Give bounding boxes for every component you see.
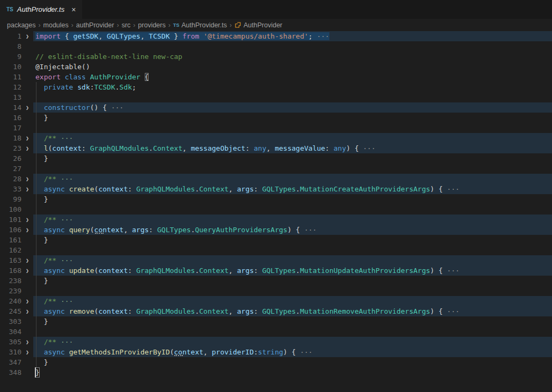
fold-ellipsis[interactable]: ··· xyxy=(56,338,73,346)
code-text[interactable]: async update(context: GraphQLModules.Con… xyxy=(33,265,552,276)
code-text[interactable] xyxy=(33,245,552,255)
gutter: 33❯ xyxy=(0,184,33,194)
fold-ellipsis[interactable]: ··· xyxy=(56,297,73,305)
token: : xyxy=(254,267,262,275)
code-line-163: 163❯ /** ··· xyxy=(0,255,552,265)
code-text[interactable]: l(context: GraphQLModules.Context, messa… xyxy=(33,143,552,153)
code-text[interactable]: } xyxy=(33,357,552,367)
code-text[interactable] xyxy=(33,164,552,174)
code-text[interactable]: } xyxy=(33,153,552,164)
token: QueryAuthProvidersArgs xyxy=(195,226,287,234)
fold-ellipsis[interactable]: ··· xyxy=(56,216,73,224)
code-text[interactable] xyxy=(33,327,552,337)
fold-ellipsis[interactable]: ··· xyxy=(107,103,123,112)
fold-ellipsis[interactable]: ··· xyxy=(296,348,312,356)
code-text[interactable]: } xyxy=(33,113,552,123)
breadcrumb-separator: › xyxy=(133,21,135,29)
code-text[interactable] xyxy=(33,286,552,296)
token: sdk xyxy=(77,83,90,91)
line-number: 245 xyxy=(0,306,21,316)
fold-chevron-icon[interactable]: ❯ xyxy=(21,184,33,194)
fold-chevron-icon[interactable]: ❯ xyxy=(21,306,33,316)
code-text[interactable]: /** ··· xyxy=(33,296,552,306)
tab-authprovider[interactable]: TS AuthProvider.ts × xyxy=(0,0,82,19)
fold-chevron-icon[interactable]: ❯ xyxy=(21,215,33,225)
fold-chevron-icon[interactable]: ❯ xyxy=(21,225,33,235)
fold-chevron-icon[interactable]: ❯ xyxy=(21,174,33,184)
code-text[interactable]: async getMethodsInProviderByID(context, … xyxy=(33,347,552,357)
fold-chevron-icon[interactable]: ❯ xyxy=(21,255,33,265)
token: providerID xyxy=(212,348,254,356)
token: async xyxy=(44,185,65,193)
breadcrumb-item-src[interactable]: src xyxy=(122,21,131,29)
gutter: 310❯ xyxy=(0,347,33,357)
token xyxy=(35,307,44,315)
close-icon[interactable]: × xyxy=(71,6,76,13)
code-text[interactable]: constructor() { ··· xyxy=(33,102,552,113)
breadcrumb-item-packages[interactable]: packages xyxy=(7,21,36,29)
code-text[interactable]: } xyxy=(33,276,552,286)
code-text[interactable]: /** ··· xyxy=(33,255,552,265)
line-number: 239 xyxy=(0,286,21,296)
token: : xyxy=(245,144,254,152)
fold-ellipsis[interactable]: ··· xyxy=(443,185,459,193)
fold-chevron-icon[interactable]: ❯ xyxy=(21,337,33,347)
token: , xyxy=(98,32,107,40)
code-text[interactable] xyxy=(33,204,552,215)
code-text[interactable]: async query(context, args: GQLTypes.Quer… xyxy=(33,225,552,235)
code-line-303: 303 } xyxy=(0,316,552,327)
fold-ellipsis[interactable]: ··· xyxy=(443,307,459,315)
breadcrumb-item-authprovider-ts[interactable]: TSAuthProvider.ts xyxy=(173,21,227,29)
breadcrumb-item-modules[interactable]: modules xyxy=(43,21,69,29)
breadcrumb-item-providers[interactable]: providers xyxy=(138,21,165,29)
token: Context xyxy=(199,185,229,193)
code-line-347: 347 } xyxy=(0,357,552,367)
fold-ellipsis[interactable]: ··· xyxy=(300,226,317,234)
gutter: 18❯ xyxy=(0,133,33,143)
fold-chevron-icon[interactable]: ❯ xyxy=(21,102,33,113)
breadcrumb-item-authprovider[interactable]: AuthProvider xyxy=(234,21,282,29)
fold-chevron-icon[interactable]: ❯ xyxy=(21,143,33,153)
fold-spacer xyxy=(21,367,33,378)
code-text[interactable]: } xyxy=(33,367,552,378)
token: GQLTypes xyxy=(107,32,141,40)
code-text[interactable] xyxy=(33,41,552,51)
fold-chevron-icon[interactable]: ❯ xyxy=(21,347,33,357)
code-text[interactable]: private sdk:TCSDK.Sdk; xyxy=(33,82,552,92)
code-editor[interactable]: 1❯import { getSDK, GQLTypes, TCSDK } fro… xyxy=(0,31,552,392)
token xyxy=(35,256,44,264)
breadcrumb-item-authprovider[interactable]: authProvider xyxy=(76,21,114,29)
token: : xyxy=(254,185,262,193)
fold-ellipsis[interactable]: ··· xyxy=(56,134,73,142)
code-text[interactable]: /** ··· xyxy=(33,215,552,225)
code-text[interactable]: } xyxy=(33,316,552,327)
fold-ellipsis[interactable]: ··· xyxy=(359,144,376,152)
gutter: 8 xyxy=(0,41,33,51)
code-text[interactable]: /** ··· xyxy=(33,337,552,347)
code-text[interactable]: /** ··· xyxy=(33,174,552,184)
code-text[interactable]: } xyxy=(33,235,552,245)
fold-ellipsis[interactable]: ··· xyxy=(443,267,459,275)
fold-chevron-icon[interactable]: ❯ xyxy=(21,133,33,143)
code-text[interactable]: } xyxy=(33,194,552,204)
breadcrumb-label: AuthProvider xyxy=(244,21,282,29)
token: remove xyxy=(69,307,94,315)
code-text[interactable]: import { getSDK, GQLTypes, TCSDK } from … xyxy=(33,31,552,41)
token xyxy=(61,73,65,81)
fold-chevron-icon[interactable]: ❯ xyxy=(21,296,33,306)
code-text[interactable]: async create(context: GraphQLModules.Con… xyxy=(33,184,552,194)
code-text[interactable]: // eslint-disable-next-line new-cap xyxy=(33,51,552,62)
fold-spacer xyxy=(21,204,33,215)
fold-ellipsis[interactable]: ··· xyxy=(313,32,329,40)
code-text[interactable]: async remove(context: GraphQLModules.Con… xyxy=(33,306,552,316)
fold-ellipsis[interactable]: ··· xyxy=(56,175,73,183)
code-text[interactable]: export class AuthProvider { xyxy=(33,72,552,82)
code-text[interactable] xyxy=(33,92,552,102)
fold-ellipsis[interactable]: ··· xyxy=(56,256,73,264)
code-text[interactable]: /** ··· xyxy=(33,133,552,143)
fold-chevron-icon[interactable]: ❯ xyxy=(21,31,33,41)
code-text[interactable] xyxy=(33,123,552,133)
line-number: 12 xyxy=(0,82,21,92)
code-text[interactable]: @Injectable() xyxy=(33,62,552,72)
fold-chevron-icon[interactable]: ❯ xyxy=(21,265,33,276)
